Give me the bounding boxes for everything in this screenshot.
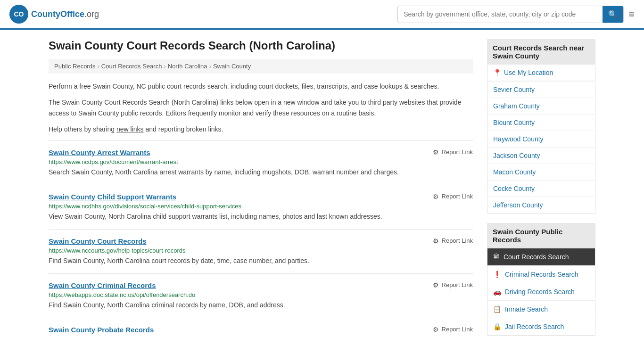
report-link[interactable]: ⚙ Report Link — [433, 193, 473, 200]
nav-item: 🚗 Driving Records Search — [487, 283, 595, 301]
header-right: 🔍 ≡ — [397, 6, 635, 23]
record-title[interactable]: Swain County Arrest Warrants — [49, 148, 150, 156]
nearby-county-link[interactable]: Blount County — [487, 115, 595, 131]
nearby-county-item: Haywood County — [487, 131, 595, 148]
use-location-link[interactable]: 📍 Use My Location — [487, 65, 595, 81]
record-url[interactable]: https://www.ncdhhs.gov/divisions/social-… — [49, 203, 473, 210]
near-section-title: Court Records Search near Swain County — [487, 39, 595, 65]
record-description: View Swain County, North Carolina child … — [49, 212, 473, 222]
main-container: Swain County Court Records Search (North… — [39, 30, 605, 354]
report-icon: ⚙ — [433, 326, 439, 333]
report-link[interactable]: ⚙ Report Link — [433, 148, 473, 156]
nearby-county-item: Sevier County — [487, 82, 595, 98]
nearby-county-item: Cocke County — [487, 181, 595, 197]
nav-item-label: Court Records Search — [504, 253, 569, 261]
record-item: Swain County Arrest Warrants ⚙ Report Li… — [49, 140, 473, 185]
logo-area: CO CountyOffice.org — [9, 5, 99, 24]
report-link[interactable]: ⚙ Report Link — [433, 281, 473, 289]
sidebar: Court Records Search near Swain County 📍… — [487, 39, 595, 345]
nearby-county-item: Graham County — [487, 98, 595, 115]
record-description: Search Swain County, North Carolina arre… — [49, 167, 473, 177]
breadcrumb-court-records-search[interactable]: Court Records Search — [101, 63, 162, 70]
nav-item-label: Driving Records Search — [505, 288, 575, 296]
breadcrumb-north-carolina[interactable]: North Carolina — [168, 63, 207, 70]
record-item: Swain County Child Support Warrants ⚙ Re… — [49, 185, 473, 229]
record-title[interactable]: Swain County Probate Records — [49, 326, 154, 334]
record-title[interactable]: Swain County Criminal Records — [49, 281, 156, 289]
search-input[interactable] — [398, 7, 603, 22]
record-url[interactable]: https://webapps.doc.state.nc.us/opi/offe… — [49, 291, 473, 298]
location-pin-icon: 📍 — [493, 69, 501, 76]
report-icon: ⚙ — [433, 148, 439, 156]
search-bar: 🔍 — [397, 6, 624, 23]
nav-link[interactable]: 📋 Inmate Search — [487, 301, 595, 318]
nav-item-icon: ❗ — [493, 271, 501, 278]
search-button[interactable]: 🔍 — [603, 6, 623, 23]
svg-text:CO: CO — [14, 10, 24, 18]
nav-link[interactable]: 🔒 Jail Records Search — [487, 318, 595, 335]
report-link[interactable]: ⚙ Report Link — [433, 326, 473, 333]
nearby-county-link[interactable]: Jackson County — [487, 148, 595, 164]
nearby-county-item: Blount County — [487, 115, 595, 131]
logo-icon: CO — [9, 5, 28, 24]
nearby-county-link[interactable]: Jefferson County — [487, 197, 595, 213]
nav-link[interactable]: 🚗 Driving Records Search — [487, 283, 595, 301]
public-records-section-title: Swain County Public Records — [487, 223, 595, 248]
nav-link[interactable]: ❗ Criminal Records Search — [487, 266, 595, 283]
nav-item-icon: 🏛 — [493, 253, 500, 261]
public-records-nav-list: 🏛 Court Records Search ❗ Criminal Record… — [487, 248, 595, 336]
record-url[interactable]: https://www.ncdps.gov/document/warrant-a… — [49, 158, 473, 165]
report-link[interactable]: ⚙ Report Link — [433, 237, 473, 245]
nav-item-label: Jail Records Search — [505, 323, 564, 330]
hamburger-menu-icon[interactable]: ≡ — [628, 8, 635, 20]
nav-item-icon: 🔒 — [493, 323, 501, 330]
breadcrumb-swain-county[interactable]: Swain County — [213, 63, 251, 70]
record-title[interactable]: Swain County Child Support Warrants — [49, 193, 176, 201]
report-icon: ⚙ — [433, 237, 439, 245]
use-location-item: 📍 Use My Location — [487, 65, 595, 82]
description-para3: Help others by sharing new links and rep… — [49, 124, 473, 134]
nearby-county-item: Macon County — [487, 164, 595, 181]
record-title[interactable]: Swain County Court Records — [49, 237, 147, 245]
content-area: Swain County Court Records Search (North… — [49, 39, 473, 345]
nav-item: 🔒 Jail Records Search — [487, 318, 595, 335]
nav-item: 📋 Inmate Search — [487, 301, 595, 318]
nearby-county-link[interactable]: Graham County — [487, 98, 595, 114]
header: CO CountyOffice.org 🔍 ≡ — [0, 0, 644, 30]
records-container: Swain County Arrest Warrants ⚙ Report Li… — [49, 140, 473, 343]
record-item: Swain County Court Records ⚙ Report Link… — [49, 229, 473, 273]
record-description: Find Swain County, North Carolina court … — [49, 256, 473, 266]
description-para2: The Swain County Court Records Search (N… — [49, 97, 473, 118]
nearby-county-link[interactable]: Haywood County — [487, 131, 595, 147]
record-item: Swain County Probate Records ⚙ Report Li… — [49, 318, 473, 343]
nav-item: 🏛 Court Records Search — [487, 248, 595, 266]
nav-item: ❗ Criminal Records Search — [487, 266, 595, 283]
near-counties-list: 📍 Use My Location Sevier CountyGraham Co… — [487, 65, 595, 214]
new-links-link[interactable]: new links — [116, 125, 144, 133]
nav-item-icon: 📋 — [493, 305, 501, 313]
nearby-county-item: Jackson County — [487, 148, 595, 164]
breadcrumb: Public Records › Court Records Search › … — [49, 59, 473, 74]
description-para1: Perform a free Swain County, NC public c… — [49, 81, 473, 91]
nav-item-icon: 🚗 — [493, 288, 501, 296]
record-description: Find Swain County, North Carolina crimin… — [49, 300, 473, 310]
record-item: Swain County Criminal Records ⚙ Report L… — [49, 273, 473, 318]
nav-item-label: Inmate Search — [505, 305, 548, 313]
report-icon: ⚙ — [433, 193, 439, 200]
report-icon: ⚙ — [433, 281, 439, 289]
nav-item-label: Criminal Records Search — [505, 271, 578, 278]
logo-text: CountyOffice.org — [31, 9, 99, 19]
nearby-county-item: Jefferson County — [487, 197, 595, 213]
nav-link[interactable]: 🏛 Court Records Search — [487, 248, 595, 266]
nearby-county-link[interactable]: Cocke County — [487, 181, 595, 197]
page-title: Swain County Court Records Search (North… — [49, 39, 473, 52]
breadcrumb-public-records[interactable]: Public Records — [54, 63, 95, 70]
record-url[interactable]: https://www.nccourts.gov/help-topics/cou… — [49, 247, 473, 254]
nearby-county-link[interactable]: Macon County — [487, 164, 595, 180]
nearby-county-link[interactable]: Sevier County — [487, 82, 595, 98]
